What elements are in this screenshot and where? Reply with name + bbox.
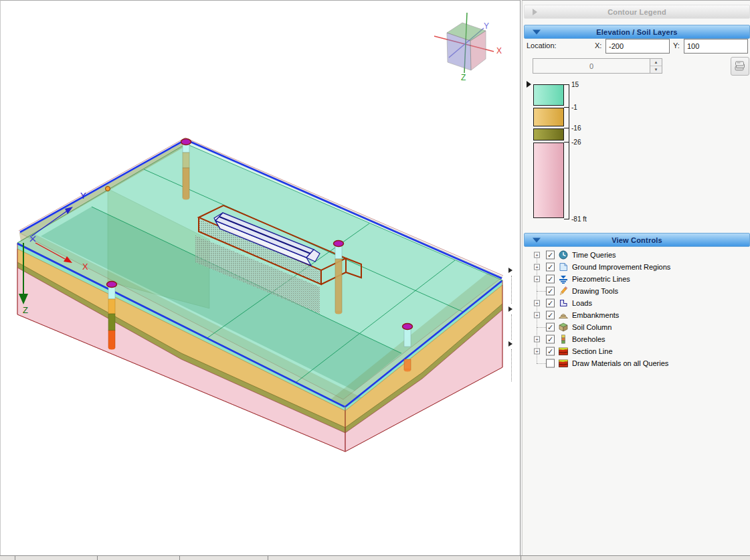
soil-column-legend: 15-1-16-26-81 ft bbox=[522, 1, 750, 155]
x-axis-label: X bbox=[82, 262, 88, 272]
soil-layer-swatch bbox=[533, 84, 564, 106]
visibility-checkbox[interactable] bbox=[546, 359, 555, 368]
elevation-scale-tick bbox=[564, 142, 569, 143]
soil-layer-swatch bbox=[533, 108, 564, 126]
elevation-scale-line bbox=[569, 84, 569, 219]
tree-item-embankments[interactable]: +✓Embankments bbox=[522, 309, 750, 321]
splitter-grip-icon[interactable] bbox=[508, 341, 512, 347]
tree-item-drawing-tools[interactable]: ✓Drawing Tools bbox=[522, 285, 750, 297]
view-controls-title: View Controls bbox=[612, 236, 662, 244]
soil-layer-swatch bbox=[533, 128, 564, 141]
elevation-scale-label: -81 ft bbox=[571, 215, 587, 223]
expand-plus-icon[interactable]: + bbox=[534, 349, 540, 355]
load-icon bbox=[558, 298, 569, 308]
expand-plus-icon[interactable]: + bbox=[534, 252, 540, 258]
tree-item-label: Drawing Tools bbox=[572, 287, 618, 295]
splitter-grip-icon[interactable] bbox=[508, 306, 512, 312]
visibility-checkbox[interactable]: ✓ bbox=[546, 299, 555, 308]
embankment-icon bbox=[558, 310, 569, 320]
clock-icon bbox=[558, 250, 569, 260]
tree-item-loads[interactable]: +✓Loads bbox=[522, 297, 750, 309]
visibility-checkbox[interactable]: ✓ bbox=[546, 251, 555, 260]
borehole-left bbox=[107, 282, 117, 350]
tree-item-draw-materials-on-all-queries[interactable]: Draw Materials on all Queries bbox=[522, 357, 750, 369]
splitter-grip-icon[interactable] bbox=[508, 268, 512, 273]
tree-item-label: Time Queries bbox=[572, 251, 616, 259]
soil-layer-swatch bbox=[533, 143, 564, 217]
tree-item-piezometric-lines[interactable]: +✓Piezometric Lines bbox=[522, 273, 750, 285]
3d-scene[interactable]: Y X Z X Y Z bbox=[1, 1, 521, 556]
view-controls-header[interactable]: View Controls bbox=[524, 233, 750, 247]
soil-column-icon bbox=[558, 322, 569, 333]
tree-item-soil-column[interactable]: ✓Soil Column bbox=[522, 321, 750, 333]
expand-plus-icon[interactable]: + bbox=[534, 300, 540, 306]
visibility-checkbox[interactable]: ✓ bbox=[546, 275, 555, 284]
borehole-back bbox=[181, 139, 191, 200]
elevation-scale-label: -26 bbox=[571, 138, 581, 145]
3d-viewport[interactable]: Y X Z X Y Z bbox=[0, 0, 521, 556]
pencil-icon bbox=[558, 286, 569, 296]
tree-item-boreholes[interactable]: +✓Boreholes bbox=[522, 333, 750, 345]
y-axis-label: Y bbox=[80, 191, 86, 201]
cube-y-label: Y bbox=[484, 21, 489, 31]
elevation-scale-label: -16 bbox=[571, 124, 581, 131]
visibility-checkbox[interactable]: ✓ bbox=[546, 323, 555, 332]
tree-item-label: Embankments bbox=[572, 311, 619, 319]
section-line-icon bbox=[558, 346, 569, 357]
collapse-down-icon[interactable] bbox=[533, 238, 541, 242]
visibility-checkbox[interactable]: ✓ bbox=[546, 263, 555, 272]
visibility-checkbox[interactable]: ✓ bbox=[546, 335, 555, 344]
expand-plus-icon[interactable]: + bbox=[534, 276, 540, 282]
status-bar bbox=[0, 555, 750, 560]
splitter-dots bbox=[511, 314, 512, 340]
elevation-scale-tick bbox=[564, 84, 569, 85]
tree-connector-stub bbox=[537, 327, 546, 328]
elevation-scale-tick bbox=[564, 107, 569, 108]
tree-item-label: Piezometric Lines bbox=[572, 275, 630, 283]
elevation-marker-icon[interactable] bbox=[527, 81, 531, 88]
tree-item-label: Loads bbox=[572, 299, 592, 307]
expand-plus-icon[interactable]: + bbox=[534, 337, 540, 343]
expand-plus-icon[interactable]: + bbox=[534, 312, 540, 318]
borehole-icon bbox=[558, 334, 569, 345]
vertex-marker bbox=[106, 187, 110, 191]
visibility-checkbox[interactable]: ✓ bbox=[546, 311, 555, 320]
piezometric-icon bbox=[558, 274, 569, 284]
tree-item-section-line[interactable]: +✓Section Line bbox=[522, 345, 750, 357]
splitter-dots bbox=[511, 349, 512, 381]
expand-plus-icon[interactable]: + bbox=[534, 264, 540, 270]
visibility-checkbox[interactable]: ✓ bbox=[546, 347, 555, 356]
tree-item-label: Boreholes bbox=[572, 335, 605, 343]
elevation-scale-tick bbox=[564, 128, 569, 128]
tree-item-ground-improvement-regions[interactable]: +✓Ground Improvement Regions bbox=[522, 261, 750, 273]
orientation-cube[interactable]: X Y Z bbox=[434, 13, 502, 82]
tree-item-time-queries[interactable]: +✓Time Queries bbox=[522, 249, 750, 261]
visibility-checkbox[interactable]: ✓ bbox=[546, 287, 555, 296]
view-controls-tree: +✓Time Queries+✓Ground Improvement Regio… bbox=[522, 249, 750, 369]
tree-item-label: Ground Improvement Regions bbox=[572, 263, 670, 271]
sidebar: Contour Legend Elevation / Soil Layers L… bbox=[522, 0, 750, 556]
cube-z-label: Z bbox=[461, 73, 466, 82]
elevation-scale-label: 15 bbox=[571, 81, 579, 88]
tree-connector-stub bbox=[537, 291, 546, 292]
tree-item-label: Section Line bbox=[572, 347, 613, 355]
z-axis-label: Z bbox=[23, 305, 28, 315]
elevation-scale-tick bbox=[564, 219, 569, 219]
tree-connector-stub bbox=[537, 363, 546, 364]
cube-x-label: X bbox=[496, 46, 502, 56]
borehole-center bbox=[334, 241, 344, 314]
elevation-scale-label: -1 bbox=[571, 103, 577, 110]
region-icon bbox=[558, 262, 569, 272]
materials-icon bbox=[558, 358, 569, 369]
splitter-dots bbox=[511, 276, 512, 304]
tree-item-label: Draw Materials on all Queries bbox=[572, 359, 668, 367]
tree-item-label: Soil Column bbox=[572, 323, 612, 331]
